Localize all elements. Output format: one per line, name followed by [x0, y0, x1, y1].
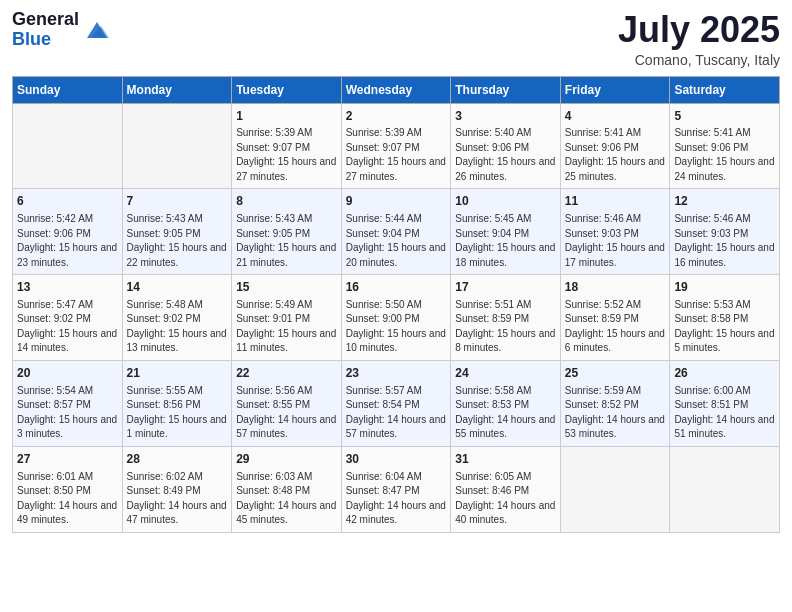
calendar-cell: 10Sunrise: 5:45 AM Sunset: 9:04 PM Dayli…: [451, 189, 561, 275]
day-number: 8: [236, 193, 337, 210]
location-subtitle: Comano, Tuscany, Italy: [618, 52, 780, 68]
calendar-week-row: 20Sunrise: 5:54 AM Sunset: 8:57 PM Dayli…: [13, 360, 780, 446]
weekday-header-sunday: Sunday: [13, 76, 123, 103]
day-info: Sunrise: 5:52 AM Sunset: 8:59 PM Dayligh…: [565, 298, 666, 356]
logo-text: General Blue: [12, 10, 79, 50]
day-number: 14: [127, 279, 228, 296]
calendar-cell: [670, 446, 780, 532]
day-number: 16: [346, 279, 447, 296]
logo-icon: [83, 16, 111, 44]
calendar-cell: 16Sunrise: 5:50 AM Sunset: 9:00 PM Dayli…: [341, 275, 451, 361]
calendar-cell: 27Sunrise: 6:01 AM Sunset: 8:50 PM Dayli…: [13, 446, 123, 532]
calendar-week-row: 6Sunrise: 5:42 AM Sunset: 9:06 PM Daylig…: [13, 189, 780, 275]
day-info: Sunrise: 5:53 AM Sunset: 8:58 PM Dayligh…: [674, 298, 775, 356]
calendar-cell: 18Sunrise: 5:52 AM Sunset: 8:59 PM Dayli…: [560, 275, 670, 361]
day-number: 4: [565, 108, 666, 125]
calendar-week-row: 1Sunrise: 5:39 AM Sunset: 9:07 PM Daylig…: [13, 103, 780, 189]
day-number: 29: [236, 451, 337, 468]
day-info: Sunrise: 5:39 AM Sunset: 9:07 PM Dayligh…: [236, 126, 337, 184]
day-info: Sunrise: 5:43 AM Sunset: 9:05 PM Dayligh…: [236, 212, 337, 270]
calendar-cell: 3Sunrise: 5:40 AM Sunset: 9:06 PM Daylig…: [451, 103, 561, 189]
weekday-header-thursday: Thursday: [451, 76, 561, 103]
calendar-cell: 17Sunrise: 5:51 AM Sunset: 8:59 PM Dayli…: [451, 275, 561, 361]
day-number: 27: [17, 451, 118, 468]
day-info: Sunrise: 5:40 AM Sunset: 9:06 PM Dayligh…: [455, 126, 556, 184]
calendar-cell: [13, 103, 123, 189]
day-info: Sunrise: 5:56 AM Sunset: 8:55 PM Dayligh…: [236, 384, 337, 442]
day-number: 25: [565, 365, 666, 382]
day-number: 13: [17, 279, 118, 296]
day-info: Sunrise: 5:48 AM Sunset: 9:02 PM Dayligh…: [127, 298, 228, 356]
calendar-header: General Blue July 2025 Comano, Tuscany, …: [12, 10, 780, 68]
day-info: Sunrise: 6:03 AM Sunset: 8:48 PM Dayligh…: [236, 470, 337, 528]
day-info: Sunrise: 5:59 AM Sunset: 8:52 PM Dayligh…: [565, 384, 666, 442]
day-info: Sunrise: 6:05 AM Sunset: 8:46 PM Dayligh…: [455, 470, 556, 528]
day-info: Sunrise: 5:41 AM Sunset: 9:06 PM Dayligh…: [565, 126, 666, 184]
calendar-cell: 12Sunrise: 5:46 AM Sunset: 9:03 PM Dayli…: [670, 189, 780, 275]
day-info: Sunrise: 6:01 AM Sunset: 8:50 PM Dayligh…: [17, 470, 118, 528]
calendar-cell: 14Sunrise: 5:48 AM Sunset: 9:02 PM Dayli…: [122, 275, 232, 361]
day-number: 24: [455, 365, 556, 382]
weekday-header-tuesday: Tuesday: [232, 76, 342, 103]
title-block: July 2025 Comano, Tuscany, Italy: [618, 10, 780, 68]
calendar-table: SundayMondayTuesdayWednesdayThursdayFrid…: [12, 76, 780, 533]
day-number: 21: [127, 365, 228, 382]
calendar-cell: 24Sunrise: 5:58 AM Sunset: 8:53 PM Dayli…: [451, 360, 561, 446]
calendar-week-row: 27Sunrise: 6:01 AM Sunset: 8:50 PM Dayli…: [13, 446, 780, 532]
day-info: Sunrise: 5:57 AM Sunset: 8:54 PM Dayligh…: [346, 384, 447, 442]
day-number: 1: [236, 108, 337, 125]
day-info: Sunrise: 5:44 AM Sunset: 9:04 PM Dayligh…: [346, 212, 447, 270]
day-number: 7: [127, 193, 228, 210]
logo: General Blue: [12, 10, 111, 50]
calendar-cell: 5Sunrise: 5:41 AM Sunset: 9:06 PM Daylig…: [670, 103, 780, 189]
calendar-container: General Blue July 2025 Comano, Tuscany, …: [0, 0, 792, 545]
calendar-cell: 29Sunrise: 6:03 AM Sunset: 8:48 PM Dayli…: [232, 446, 342, 532]
calendar-cell: 1Sunrise: 5:39 AM Sunset: 9:07 PM Daylig…: [232, 103, 342, 189]
day-number: 26: [674, 365, 775, 382]
day-number: 31: [455, 451, 556, 468]
calendar-cell: 21Sunrise: 5:55 AM Sunset: 8:56 PM Dayli…: [122, 360, 232, 446]
weekday-header-saturday: Saturday: [670, 76, 780, 103]
day-info: Sunrise: 5:51 AM Sunset: 8:59 PM Dayligh…: [455, 298, 556, 356]
day-number: 30: [346, 451, 447, 468]
day-info: Sunrise: 5:58 AM Sunset: 8:53 PM Dayligh…: [455, 384, 556, 442]
day-info: Sunrise: 5:43 AM Sunset: 9:05 PM Dayligh…: [127, 212, 228, 270]
calendar-cell: [560, 446, 670, 532]
calendar-cell: 28Sunrise: 6:02 AM Sunset: 8:49 PM Dayli…: [122, 446, 232, 532]
day-number: 23: [346, 365, 447, 382]
month-title: July 2025: [618, 10, 780, 50]
calendar-cell: 11Sunrise: 5:46 AM Sunset: 9:03 PM Dayli…: [560, 189, 670, 275]
calendar-cell: [122, 103, 232, 189]
weekday-header-friday: Friday: [560, 76, 670, 103]
day-number: 2: [346, 108, 447, 125]
calendar-cell: 19Sunrise: 5:53 AM Sunset: 8:58 PM Dayli…: [670, 275, 780, 361]
day-info: Sunrise: 6:04 AM Sunset: 8:47 PM Dayligh…: [346, 470, 447, 528]
logo-general-text: General: [12, 10, 79, 30]
day-number: 28: [127, 451, 228, 468]
day-info: Sunrise: 5:49 AM Sunset: 9:01 PM Dayligh…: [236, 298, 337, 356]
day-info: Sunrise: 6:00 AM Sunset: 8:51 PM Dayligh…: [674, 384, 775, 442]
day-number: 19: [674, 279, 775, 296]
day-number: 18: [565, 279, 666, 296]
day-number: 9: [346, 193, 447, 210]
calendar-cell: 30Sunrise: 6:04 AM Sunset: 8:47 PM Dayli…: [341, 446, 451, 532]
calendar-cell: 7Sunrise: 5:43 AM Sunset: 9:05 PM Daylig…: [122, 189, 232, 275]
day-number: 17: [455, 279, 556, 296]
day-info: Sunrise: 5:55 AM Sunset: 8:56 PM Dayligh…: [127, 384, 228, 442]
calendar-cell: 23Sunrise: 5:57 AM Sunset: 8:54 PM Dayli…: [341, 360, 451, 446]
day-number: 12: [674, 193, 775, 210]
day-number: 22: [236, 365, 337, 382]
calendar-cell: 2Sunrise: 5:39 AM Sunset: 9:07 PM Daylig…: [341, 103, 451, 189]
calendar-cell: 26Sunrise: 6:00 AM Sunset: 8:51 PM Dayli…: [670, 360, 780, 446]
calendar-cell: 4Sunrise: 5:41 AM Sunset: 9:06 PM Daylig…: [560, 103, 670, 189]
day-number: 15: [236, 279, 337, 296]
day-number: 5: [674, 108, 775, 125]
weekday-header-wednesday: Wednesday: [341, 76, 451, 103]
day-info: Sunrise: 5:41 AM Sunset: 9:06 PM Dayligh…: [674, 126, 775, 184]
day-info: Sunrise: 5:46 AM Sunset: 9:03 PM Dayligh…: [674, 212, 775, 270]
day-info: Sunrise: 5:47 AM Sunset: 9:02 PM Dayligh…: [17, 298, 118, 356]
day-number: 10: [455, 193, 556, 210]
day-info: Sunrise: 5:42 AM Sunset: 9:06 PM Dayligh…: [17, 212, 118, 270]
calendar-cell: 13Sunrise: 5:47 AM Sunset: 9:02 PM Dayli…: [13, 275, 123, 361]
calendar-cell: 9Sunrise: 5:44 AM Sunset: 9:04 PM Daylig…: [341, 189, 451, 275]
